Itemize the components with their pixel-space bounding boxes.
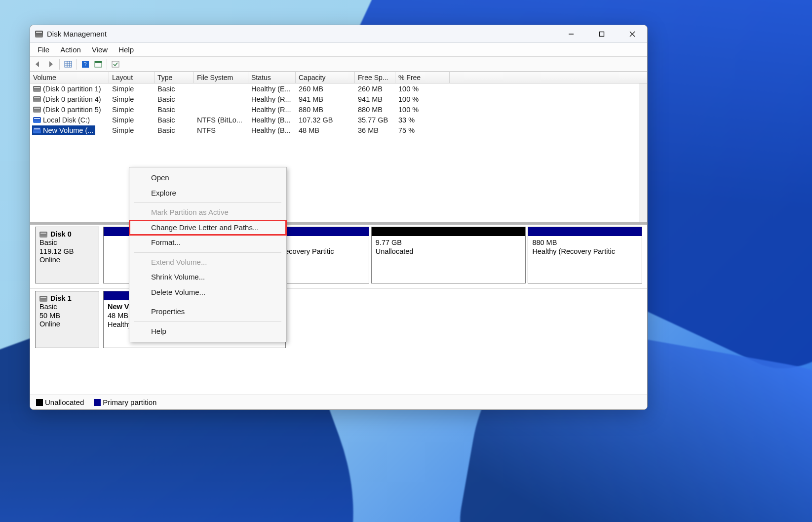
context-menu-item[interactable]: Format... (129, 235, 286, 250)
disk-row: Disk 0Basic119.12 GBOnlineter Encrypted)… (30, 225, 647, 289)
drive-icon (33, 127, 41, 133)
context-menu-item[interactable]: Change Drive Letter and Paths... (129, 220, 286, 236)
grid-icon (64, 60, 72, 68)
maximize-button[interactable] (591, 26, 613, 42)
legend-primary: Primary partition (94, 398, 156, 406)
toolbar-help-button[interactable]: ? (79, 58, 91, 70)
cell-fs: NTFS (194, 126, 248, 134)
col-capacity[interactable]: Capacity (296, 72, 355, 83)
volume-name-cell: (Disk 0 partition 5) (30, 106, 109, 114)
titlebar: Disk Management (30, 25, 647, 43)
volume-row[interactable]: (Disk 0 partition 5)SimpleBasicHealthy (… (30, 104, 647, 115)
toolbar-window-button[interactable] (92, 58, 104, 70)
help-icon: ? (81, 60, 89, 68)
volume-row[interactable]: New Volume (...SimpleBasicNTFSHealthy (B… (30, 125, 647, 135)
disk-state: Online (39, 320, 95, 328)
partition-line2: 9.77 GB (376, 238, 522, 247)
context-menu-item[interactable]: Help (129, 324, 286, 339)
partition-unallocated[interactable]: 9.77 GBUnallocated (371, 227, 526, 283)
cell-capacity: 880 MB (296, 106, 355, 114)
context-menu-item[interactable]: Delete Volume... (129, 285, 286, 300)
col-layout[interactable]: Layout (109, 72, 155, 83)
cell-status: Healthy (B... (248, 116, 296, 124)
cell-capacity: 260 MB (296, 85, 355, 93)
context-menu-item: Extend Volume... (129, 255, 286, 270)
drive-icon (33, 117, 41, 123)
toolbar: ? (30, 57, 647, 72)
cell-layout: Simple (109, 85, 155, 93)
partition-body: 880 MBHealthy (Recovery Partitic (528, 236, 642, 258)
svg-rect-1 (65, 61, 72, 67)
partition-header (528, 227, 642, 236)
disk-info-panel[interactable]: Disk 1Basic50 MBOnline (35, 291, 99, 348)
window-icon (94, 60, 102, 68)
svg-text:?: ? (84, 61, 86, 68)
menu-file[interactable]: File (33, 44, 54, 55)
menu-help[interactable]: Help (114, 44, 138, 55)
disk-name: Disk 0 (50, 230, 72, 239)
minimize-button[interactable] (560, 26, 582, 42)
disk-info-panel[interactable]: Disk 0Basic119.12 GBOnline (35, 227, 99, 283)
cell-type: Basic (155, 106, 194, 114)
drive-icon (33, 96, 41, 102)
list-scrollbar[interactable] (639, 83, 647, 222)
volume-list-body[interactable]: (Disk 0 partition 1)SimpleBasicHealthy (… (30, 83, 647, 222)
context-menu-item[interactable]: Explore (129, 186, 286, 201)
volume-row[interactable]: (Disk 0 partition 4)SimpleBasicHealthy (… (30, 94, 647, 104)
volume-list-header: Volume Layout Type File System Status Ca… (30, 72, 647, 83)
minimize-icon (568, 31, 574, 37)
disk-icon (39, 296, 47, 302)
window-controls (560, 26, 643, 42)
close-icon (629, 31, 635, 37)
drive-icon (33, 107, 41, 113)
toolbar-list-button[interactable] (110, 58, 121, 70)
swatch-primary-icon (94, 399, 101, 406)
maximize-icon (599, 31, 605, 37)
volume-row[interactable]: Local Disk (C:)SimpleBasicNTFS (BitLo...… (30, 115, 647, 125)
cell-layout: Simple (109, 106, 155, 114)
cell-layout: Simple (109, 126, 155, 134)
partition-header (372, 227, 526, 236)
legend-primary-label: Primary partition (103, 398, 156, 406)
volume-row[interactable]: (Disk 0 partition 1)SimpleBasicHealthy (… (30, 83, 647, 94)
disk-state: Online (39, 256, 95, 264)
col-status[interactable]: Status (248, 72, 296, 83)
cell-capacity: 107.32 GB (296, 116, 355, 124)
col-pctfree[interactable]: % Free (395, 72, 450, 83)
menu-action[interactable]: Action (56, 44, 85, 55)
disk-management-window: Disk Management File Action View Help (30, 25, 648, 410)
volume-name-cell: Local Disk (C:) (30, 116, 109, 124)
legend-unallocated: Unallocated (36, 398, 84, 406)
col-filesystem[interactable]: File System (194, 72, 248, 83)
legend-unallocated-label: Unallocated (45, 398, 84, 406)
col-volume[interactable]: Volume (30, 72, 109, 83)
context-menu-item[interactable]: Open (129, 170, 286, 186)
context-menu-item[interactable]: Properties (129, 304, 286, 320)
volume-list: Volume Layout Type File System Status Ca… (30, 72, 647, 225)
cell-pct: 100 % (395, 85, 450, 93)
toolbar-separator (77, 59, 77, 70)
menubar: File Action View Help (30, 43, 647, 57)
toolbar-separator (107, 59, 107, 70)
cell-capacity: 48 MB (296, 126, 355, 134)
cell-type: Basic (155, 95, 194, 103)
cell-free: 36 MB (355, 126, 395, 134)
volume-name-cell: New Volume (... (30, 125, 109, 135)
nav-back-button[interactable] (32, 58, 44, 70)
disk-row: Disk 1Basic50 MBOnlineNew Volume (D:)48 … (30, 289, 647, 353)
nav-forward-button[interactable] (45, 58, 57, 70)
col-free[interactable]: Free Sp... (355, 72, 395, 83)
col-type[interactable]: Type (155, 72, 194, 83)
menu-view[interactable]: View (87, 44, 112, 55)
drive-icon (33, 86, 41, 92)
legend: Unallocated Primary partition (30, 395, 647, 409)
cell-status: Healthy (R... (248, 95, 296, 103)
cell-status: Healthy (B... (248, 126, 296, 134)
volume-name-cell: (Disk 0 partition 1) (30, 85, 109, 93)
partition[interactable]: 880 MBHealthy (Recovery Partitic (528, 227, 642, 283)
close-button[interactable] (621, 26, 643, 42)
toolbar-grid-button[interactable] (62, 58, 74, 70)
context-menu-item[interactable]: Shrink Volume... (129, 270, 286, 285)
cell-layout: Simple (109, 95, 155, 103)
cell-layout: Simple (109, 116, 155, 124)
